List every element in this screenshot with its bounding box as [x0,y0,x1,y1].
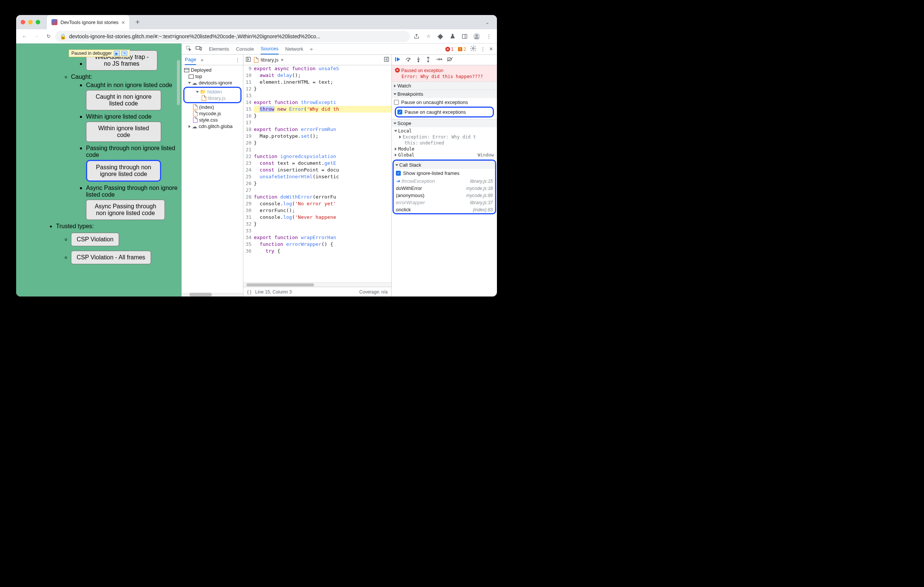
panel-icon[interactable] [459,31,470,42]
callstack-highlight: Call Stack ✓Show ignore-listed frames ➔t… [393,159,496,214]
editor-tab-library[interactable]: library.js × [254,57,284,62]
svg-point-20 [408,60,409,61]
tab-close-icon[interactable]: × [122,19,125,26]
passing-through-button[interactable]: Passing through non ignore listed code [86,160,161,182]
reload-button[interactable]: ↻ [43,31,54,42]
call-frame[interactable]: errorWrapperlibrary.js:37 [394,199,495,206]
labs-icon[interactable] [447,31,458,42]
checkbox-unchecked-icon[interactable] [394,100,399,105]
page-viewport: Paused in debugger ▶ ↷ WebAssembly trap … [16,44,182,296]
navigator-tabs: Page » ⋮ [182,55,243,65]
scope-local[interactable]: Local [394,128,495,134]
nav-scrollbar[interactable] [182,293,243,296]
watch-section[interactable]: Watch [392,81,497,90]
step-over-icon[interactable] [405,57,411,63]
show-ignored-row[interactable]: ✓Show ignore-listed frames [394,169,495,178]
bookmark-icon[interactable]: ☆ [423,31,434,42]
folder-icon: 📁 [200,89,206,95]
call-frame[interactable]: doWithErrormycode.js:18 [394,185,495,192]
tab-elements[interactable]: Elements [209,44,229,54]
svg-rect-19 [395,58,396,62]
minimize-window-icon[interactable] [28,20,33,25]
async-passing-button[interactable]: Async Passing through non ignore listed … [86,200,165,220]
tree-mycode[interactable]: mycode.js [182,110,243,117]
more-tabs-icon[interactable]: » [310,46,312,52]
paused-in-debugger-overlay: Paused in debugger ▶ ↷ [69,49,130,57]
caret-icon [394,122,397,124]
devtools-close-icon[interactable]: ✕ [489,46,493,52]
devtools-tabs: Elements Console Sources Network » 1 2 ⋮… [182,44,497,55]
new-tab-button[interactable]: + [132,17,143,27]
deactivate-breakpoints-icon[interactable] [447,57,453,63]
within-ignore-button[interactable]: Within ignore listed code [86,122,161,142]
error-badge[interactable]: 1 [445,46,454,52]
tab-sources[interactable]: Sources [261,44,279,54]
scope-section[interactable]: Scope [392,119,497,127]
nav-menu-icon[interactable]: ⋮ [235,57,240,62]
paused-title: Paused on exception [401,68,443,73]
profile-icon[interactable] [471,31,482,42]
checkbox-checked-icon[interactable]: ✓ [396,171,401,176]
inspect-icon[interactable] [186,45,191,53]
toggle-dbg-icon[interactable] [384,57,389,63]
titlebar: DevTools ignore list stories × + ⌄ [16,15,497,29]
overlay-step-icon[interactable]: ↷ [121,51,127,56]
step-icon[interactable] [436,57,442,63]
tree-index[interactable]: (index) [182,104,243,110]
file-tree: Deployed top ☁devtools-ignore 📁hidden li… [182,65,243,131]
code-editor[interactable]: 9101112131415161718192021222324252627282… [243,65,391,282]
caught-non-ignore-button[interactable]: Caught in non ignore listed code [86,90,161,110]
tree-cdn[interactable]: ☁cdn.glitch.globa [182,123,243,130]
braces-icon[interactable]: { } [247,289,251,294]
call-frame[interactable]: onclick(index):83 [394,206,495,213]
scope-global[interactable]: GlobalWindow [394,152,495,158]
tree-top[interactable]: top [182,73,243,80]
toggle-nav-icon[interactable] [246,57,251,63]
close-window-icon[interactable] [21,20,25,25]
overlay-resume-icon[interactable]: ▶ [114,51,120,56]
back-button[interactable]: ← [19,31,30,42]
nav-tab-page[interactable]: Page [185,55,196,65]
callstack-section[interactable]: Call Stack [394,161,495,169]
bp-caught-row[interactable]: ✓Pause on caught exceptions [398,109,491,116]
caret-icon [394,84,396,87]
kebab-menu-icon[interactable]: ⋮ [483,31,494,42]
csp-violation-button[interactable]: CSP Violation [71,233,119,246]
maximize-window-icon[interactable] [36,20,40,25]
editor-scrollbar[interactable] [243,282,391,287]
devtools-menu-icon[interactable]: ⋮ [480,46,485,52]
step-into-icon[interactable] [416,56,421,63]
scope-exception[interactable]: Exception: Error: Why did t [394,134,495,140]
settings-icon[interactable] [470,45,477,53]
csp-violation-all-button[interactable]: CSP Violation - All frames [71,251,151,264]
tree-deployed[interactable]: Deployed [182,67,243,73]
browser-tab[interactable]: DevTools ignore list stories × [47,15,129,29]
call-frame[interactable]: (anonymous)mycode.js:89 [394,192,495,199]
tree-domain[interactable]: ☁devtools-ignore [182,80,243,86]
nav-more-icon[interactable]: » [201,57,203,62]
warning-badge[interactable]: 2 [457,46,466,52]
resume-icon[interactable] [395,57,401,63]
tabs-menu-icon[interactable]: ⌄ [482,17,492,27]
tree-library-js[interactable]: library.js [185,95,240,101]
caret-icon [395,153,397,156]
extensions-icon[interactable] [436,31,446,42]
tree-hidden-folder[interactable]: 📁hidden [185,89,240,95]
breakpoints-section[interactable]: Breakpoints [392,90,497,98]
list-item: CSP Violation [71,231,182,248]
scope-module[interactable]: Module [394,146,495,152]
step-out-icon[interactable] [426,56,431,63]
toolbar: ← → ↻ 🔒 devtools-ignore-list-stories.gli… [16,29,497,44]
device-toggle-icon[interactable] [195,45,202,53]
share-icon[interactable] [411,31,422,42]
tab-close-icon[interactable]: × [280,57,284,62]
favicon-icon [51,19,58,25]
tree-style[interactable]: style.css [182,117,243,123]
tab-console[interactable]: Console [236,44,254,54]
tab-network[interactable]: Network [285,44,304,54]
bp-uncaught-row[interactable]: Pause on uncaught exceptions [394,99,495,106]
address-bar[interactable]: 🔒 devtools-ignore-list-stories.glitch.me… [55,31,410,42]
caret-icon [396,164,399,166]
checkbox-checked-icon[interactable]: ✓ [398,110,402,115]
call-frame[interactable]: ➔throwExceptionlibrary.js:15 [394,178,495,185]
